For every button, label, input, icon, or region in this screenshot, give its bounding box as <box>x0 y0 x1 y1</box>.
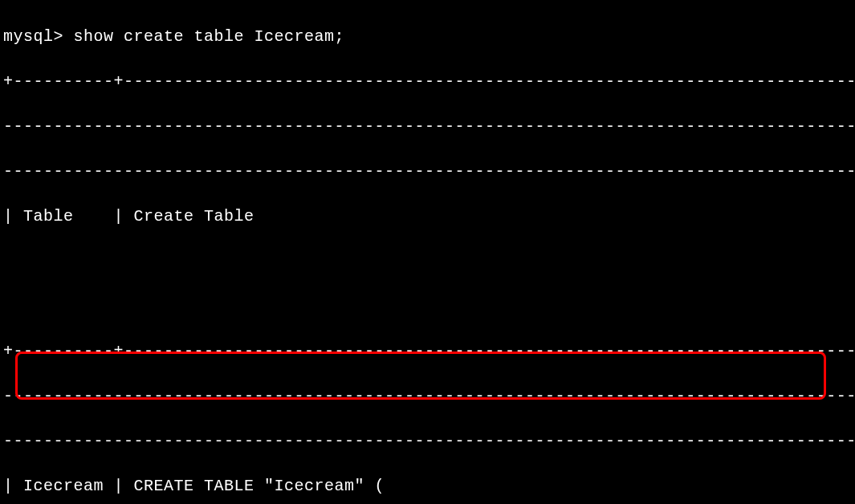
table-header: | Table | Create Table <box>3 205 852 228</box>
table-border-top: +----------+----------------------------… <box>3 71 852 93</box>
blank-line <box>3 295 852 318</box>
command-line: mysql> show create table Icecream; <box>3 26 852 48</box>
table-border-mid: +----------+----------------------------… <box>3 340 852 363</box>
table-border-end: ----------------------------------------… <box>3 430 852 453</box>
table-border-cont: ----------------------------------------… <box>3 385 852 408</box>
blank-line <box>3 250 852 273</box>
table-border-cont: ----------------------------------------… <box>3 116 852 138</box>
sql-command: show create table Icecream; <box>74 27 345 46</box>
table-border-end: ----------------------------------------… <box>3 161 852 183</box>
mysql-prompt: mysql> <box>3 27 74 46</box>
terminal-output: mysql> show create table Icecream; +----… <box>3 3 852 504</box>
create-table-start: | Icecream | CREATE TABLE "Icecream" ( <box>3 475 852 498</box>
